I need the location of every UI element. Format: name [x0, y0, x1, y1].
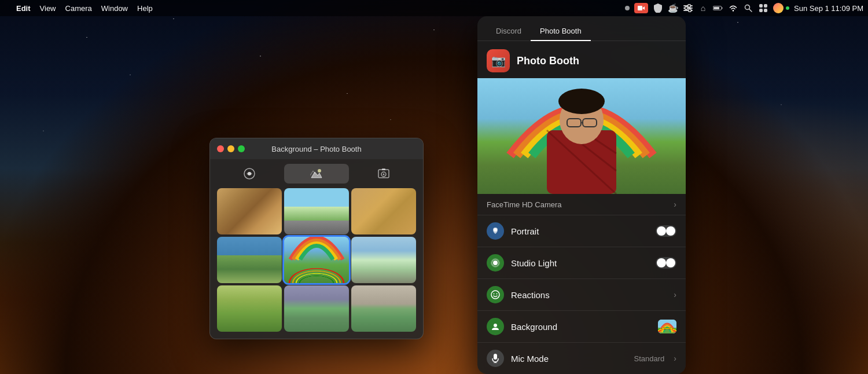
svg-point-7 [689, 9, 692, 12]
cc-app-header: Photo Booth [477, 41, 686, 78]
background-label: Background [511, 322, 651, 332]
svg-marker-1 [642, 6, 645, 10]
svg-point-42 [494, 324, 497, 327]
reactions-label: Reactions [511, 290, 664, 300]
traffic-lights [217, 145, 245, 152]
svg-rect-14 [759, 4, 763, 8]
preview-person [518, 78, 645, 194]
battery-icon[interactable] [713, 3, 723, 13]
svg-rect-23 [382, 168, 385, 170]
mic-mode-label: Mic Mode [511, 354, 627, 364]
studio-light-icon [487, 254, 504, 272]
menu-window[interactable]: Window [101, 4, 128, 13]
svg-point-21 [318, 169, 321, 173]
reactions-chevron-icon: › [674, 290, 676, 299]
mic-mode-chevron-icon: › [674, 354, 676, 363]
background-thumbnail [658, 320, 676, 333]
camera-selector-row[interactable]: FaceTime HD Camera › [477, 194, 686, 215]
bg-option-path[interactable] [217, 285, 282, 332]
bg-option-stairs[interactable] [351, 285, 416, 332]
studio-light-toggle[interactable] [656, 257, 676, 269]
control-center-panel: Discord Photo Booth Photo Booth [477, 16, 686, 374]
cc-tab-bar: Discord Photo Booth [477, 16, 686, 41]
maximize-button[interactable] [238, 145, 245, 152]
user-avatar [773, 3, 784, 13]
wifi-icon[interactable] [728, 3, 738, 13]
user-indicator[interactable] [773, 3, 789, 13]
studio-light-label: Studio Light [511, 258, 649, 268]
portrait-toggle[interactable] [656, 225, 676, 237]
stars-decoration [0, 0, 868, 374]
background-feature-row[interactable]: Background [477, 311, 686, 343]
bg-option-basket[interactable] [351, 188, 416, 234]
svg-point-20 [248, 172, 251, 175]
mic-mode-icon [487, 350, 504, 367]
picker-tab-landscapes[interactable] [284, 164, 349, 184]
svg-rect-9 [722, 7, 723, 9]
reactions-feature-row[interactable]: Reactions › [477, 279, 686, 311]
svg-point-11 [733, 10, 734, 11]
picker-tab-camera-roll[interactable] [351, 164, 416, 184]
cc-camera-preview [477, 78, 686, 194]
coffee-icon[interactable]: ☕ [668, 3, 678, 13]
cc-tab-discord[interactable]: Discord [487, 22, 531, 41]
svg-rect-17 [764, 9, 767, 12]
svg-rect-15 [764, 4, 767, 8]
homekit-icon[interactable]: ⌂ [698, 3, 708, 13]
menu-camera[interactable]: Camera [65, 4, 92, 13]
bg-option-lake[interactable] [217, 237, 282, 283]
background-picker-window: Background – Photo Booth [209, 138, 424, 339]
reactions-icon [487, 286, 504, 303]
svg-point-41 [496, 294, 498, 295]
window-titlebar: Background – Photo Booth [210, 138, 423, 159]
menubar-dot-indicator [625, 6, 630, 10]
control-center-icon[interactable] [758, 3, 768, 13]
photobooth-app-icon [487, 49, 510, 72]
close-button[interactable] [217, 145, 224, 152]
portrait-feature-row[interactable]: Portrait [477, 215, 686, 247]
svg-point-6 [685, 7, 688, 10]
svg-rect-10 [713, 7, 719, 9]
bg-option-building[interactable] [284, 285, 349, 332]
menu-help[interactable]: Help [137, 4, 153, 13]
svg-rect-45 [494, 354, 497, 360]
menu-view[interactable]: View [40, 4, 56, 13]
mic-mode-row[interactable]: Mic Mode Standard › [477, 343, 686, 374]
svg-point-39 [491, 291, 499, 299]
bg-option-rainbow[interactable] [284, 237, 349, 283]
bg-option-tunnel[interactable] [217, 188, 282, 234]
studio-light-feature-row[interactable]: Studio Light [477, 247, 686, 279]
svg-rect-43 [658, 320, 676, 333]
svg-rect-0 [638, 6, 642, 10]
background-icon [487, 318, 504, 335]
camera-label: FaceTime HD Camera [487, 200, 674, 209]
user-indicator-dot [786, 6, 789, 10]
portrait-label: Portrait [511, 226, 649, 236]
picker-tab-bar [210, 159, 423, 184]
svg-rect-44 [658, 328, 676, 333]
camera-chevron-icon: › [674, 200, 676, 209]
cc-app-name: Photo Booth [517, 55, 579, 67]
mic-mode-value: Standard [634, 354, 665, 363]
window-title: Background – Photo Booth [217, 145, 416, 153]
screen-record-icon[interactable] [634, 3, 648, 13]
svg-point-5 [688, 5, 691, 8]
settings-sliders-icon[interactable] [683, 3, 693, 13]
cc-tab-photobooth[interactable]: Photo Booth [531, 22, 591, 41]
svg-point-40 [494, 294, 495, 295]
bg-option-bridge[interactable] [284, 188, 349, 234]
picker-tab-effects[interactable] [217, 164, 282, 184]
bg-option-glass[interactable] [351, 237, 416, 283]
shield-icon[interactable] [653, 3, 663, 13]
datetime-display: Sun Sep 1 11:09 PM [794, 4, 863, 13]
svg-point-31 [558, 89, 605, 114]
portrait-icon [487, 222, 504, 240]
svg-line-13 [749, 9, 752, 12]
svg-point-25 [383, 174, 385, 175]
minimize-button[interactable] [227, 145, 234, 152]
search-icon[interactable] [743, 3, 753, 13]
svg-point-35 [494, 228, 497, 232]
menu-edit[interactable]: Edit [16, 4, 31, 13]
background-grid [210, 184, 423, 339]
menubar: Edit View Camera Window Help ☕ ⌂ [0, 0, 868, 16]
